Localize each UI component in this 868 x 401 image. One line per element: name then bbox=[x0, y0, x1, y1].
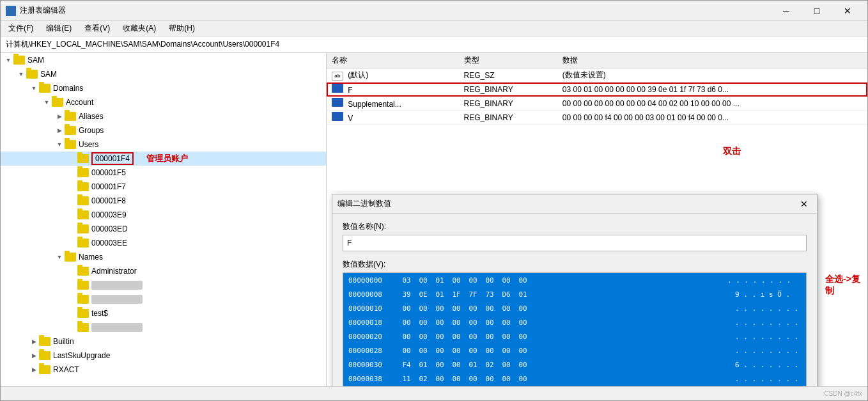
expand-000001F5[interactable] bbox=[67, 168, 77, 178]
menu-help[interactable]: 帮助(H) bbox=[164, 22, 200, 35]
hex-addr-7: 00000038 bbox=[343, 372, 394, 386]
expand-000003EE[interactable] bbox=[67, 238, 77, 248]
folder-icon-users bbox=[65, 140, 76, 149]
icon-bin-f bbox=[332, 84, 343, 93]
hex-row-5[interactable]: 00000028 0000000000000000 . . . . . . . … bbox=[343, 343, 806, 358]
title-bar-left: 注册表编辑器 bbox=[6, 5, 66, 16]
expand-groups[interactable]: ▶ bbox=[54, 125, 65, 136]
tree-node-administrator[interactable]: Administrator bbox=[1, 264, 326, 278]
tree-node-users[interactable]: ▼ Users bbox=[1, 138, 326, 152]
expand-names[interactable]: ▼ bbox=[54, 252, 65, 262]
folder-icon-names bbox=[65, 253, 76, 262]
folder-icon-000001F5 bbox=[77, 168, 89, 177]
close-button[interactable]: ✕ bbox=[833, 1, 862, 20]
expand-000003ED[interactable] bbox=[67, 224, 77, 234]
label-000001F5: 000001F5 bbox=[91, 168, 126, 177]
tree-node-sam1[interactable]: ▼ SAM bbox=[1, 53, 326, 67]
menu-edit[interactable]: 编辑(E) bbox=[41, 22, 77, 35]
expand-sam2[interactable]: ▼ bbox=[16, 69, 26, 79]
expand-rxact[interactable]: ▶ bbox=[29, 365, 39, 375]
tree-node-test[interactable]: test$ bbox=[1, 306, 326, 320]
hex-addr-5: 00000028 bbox=[343, 343, 394, 358]
field-name-input[interactable] bbox=[343, 235, 807, 251]
tree-node-lastsku[interactable]: ▶ LastSkuUpgrade bbox=[1, 349, 326, 363]
edit-binary-dialog: 编辑二进制数值 ✕ 数值名称(N): 数值数据(V): 00000000 030… bbox=[332, 194, 818, 386]
tree-node-blurred1[interactable] bbox=[1, 278, 326, 292]
row-data-f: 03 00 01 00 00 00 00 00 39 0e 01 1f 7f 7… bbox=[557, 83, 867, 97]
expand-users[interactable]: ▼ bbox=[54, 139, 65, 150]
table-row-supplemental[interactable]: Supplemental... REG_BINARY 00 00 00 00 0… bbox=[327, 97, 867, 111]
label-000003E9: 000003E9 bbox=[91, 210, 127, 219]
tree-node-000001F4[interactable]: 000001F4 管理员账户 bbox=[1, 152, 326, 166]
tree-node-blurred3[interactable] bbox=[1, 320, 326, 334]
dialog-close-button[interactable]: ✕ bbox=[796, 196, 812, 212]
menu-favorites[interactable]: 收藏夹(A) bbox=[118, 22, 161, 35]
expand-lastsku[interactable]: ▶ bbox=[29, 350, 39, 361]
label-domains: Domains bbox=[53, 84, 83, 93]
expand-blurred2[interactable] bbox=[67, 294, 77, 304]
label-sam2: SAM bbox=[40, 70, 57, 79]
expand-aliases[interactable]: ▶ bbox=[54, 111, 65, 122]
registry-table: 名称 类型 数据 ab (默认) REG_SZ (数值未设置) bbox=[327, 53, 867, 125]
menu-view[interactable]: 查看(V) bbox=[79, 22, 115, 35]
hex-addr-0: 00000000 bbox=[343, 273, 394, 287]
label-test: test$ bbox=[91, 309, 108, 318]
hex-bytes-7: 1102000000000000 bbox=[394, 375, 729, 383]
hex-ascii-7: . . . . . . . . bbox=[729, 375, 806, 383]
expand-blurred1[interactable] bbox=[67, 280, 77, 290]
tree-node-domains[interactable]: ▼ Domains bbox=[1, 81, 326, 95]
hex-row-6[interactable]: 00000030 F401000001020000 6 . . . . . . … bbox=[343, 358, 806, 372]
tree-node-000003ED[interactable]: 000003ED bbox=[1, 222, 326, 236]
expand-000001F7[interactable] bbox=[67, 182, 77, 192]
table-row-f[interactable]: F REG_BINARY 03 00 01 00 00 00 00 00 39 … bbox=[327, 83, 867, 97]
hex-bytes-0: 0300010000000000 bbox=[394, 276, 722, 285]
minimize-button[interactable]: ─ bbox=[771, 1, 801, 20]
tree-node-000003EE[interactable]: 000003EE bbox=[1, 236, 326, 250]
expand-000003E9[interactable] bbox=[67, 210, 77, 220]
icon-ab: ab bbox=[332, 72, 343, 81]
tree-node-000001F7[interactable]: 000001F7 bbox=[1, 180, 326, 194]
hex-ascii-1: 9 . . ı s Ö . bbox=[729, 290, 806, 299]
hex-table[interactable]: 00000000 0300010000000000 . . . . . . . … bbox=[343, 272, 807, 386]
tree-node-aliases[interactable]: ▶ Aliases bbox=[1, 109, 326, 123]
tree-node-000003E9[interactable]: 000003E9 bbox=[1, 208, 326, 222]
expand-000001F4[interactable] bbox=[67, 153, 77, 164]
expand-administrator[interactable] bbox=[67, 266, 77, 276]
tree-node-account[interactable]: ▼ Account bbox=[1, 95, 326, 109]
hex-row-4[interactable]: 00000020 0000000000000000 . . . . . . . … bbox=[343, 329, 806, 343]
hex-row-2[interactable]: 00000010 0000000000000000 . . . . . . . … bbox=[343, 301, 806, 315]
tree-panel[interactable]: ▼ SAM ▼ SAM ▼ Domains ▼ Account bbox=[1, 53, 327, 386]
label-builtin: Builtin bbox=[53, 337, 74, 346]
table-row[interactable]: ab (默认) REG_SZ (数值未设置) bbox=[327, 68, 867, 83]
menu-file[interactable]: 文件(F) bbox=[3, 22, 38, 35]
tree-node-blurred2[interactable] bbox=[1, 292, 326, 306]
tree-node-000001F8[interactable]: 000001F8 bbox=[1, 194, 326, 208]
table-row-v[interactable]: V REG_BINARY 00 00 00 00 f4 00 00 00 03 … bbox=[327, 111, 867, 125]
expand-sam1[interactable]: ▼ bbox=[3, 55, 13, 65]
tree-node-sam2[interactable]: ▼ SAM bbox=[1, 67, 326, 81]
folder-icon-aliases bbox=[65, 112, 76, 121]
tree-node-000001F5[interactable]: 000001F5 bbox=[1, 166, 326, 180]
tree-node-rxact[interactable]: ▶ RXACT bbox=[1, 363, 326, 377]
hex-row-0[interactable]: 00000000 0300010000000000 . . . . . . . … bbox=[343, 273, 806, 287]
folder-icon-blurred2 bbox=[77, 295, 89, 304]
maximize-button[interactable]: □ bbox=[802, 1, 832, 20]
row-name-f: F bbox=[327, 83, 459, 97]
hex-row-7[interactable]: 00000038 1102000000000000 . . . . . . . … bbox=[343, 372, 806, 386]
field-data-label: 数值数据(V): bbox=[343, 259, 807, 270]
tree-node-groups[interactable]: ▶ Groups bbox=[1, 123, 326, 138]
folder-icon-blurred3 bbox=[77, 323, 89, 332]
expand-test[interactable] bbox=[67, 308, 77, 318]
hex-row-3[interactable]: 00000018 0000000000000000 . . . . . . . … bbox=[343, 315, 806, 329]
expand-builtin[interactable]: ▶ bbox=[29, 336, 39, 347]
tree-node-names[interactable]: ▼ Names bbox=[1, 250, 326, 264]
hex-row-8[interactable]: 00000040 0000070000010000 . . . . . . . … bbox=[343, 386, 806, 386]
expand-000001F8[interactable] bbox=[67, 196, 77, 206]
label-users: Users bbox=[79, 140, 98, 149]
expand-blurred3[interactable] bbox=[67, 322, 77, 333]
expand-domains[interactable]: ▼ bbox=[29, 83, 39, 93]
hex-row-1[interactable]: 00000008 390E011F7F73D601 9 . . ı s Ö . bbox=[343, 287, 806, 301]
expand-account[interactable]: ▼ bbox=[42, 97, 52, 107]
tree-node-builtin[interactable]: ▶ Builtin bbox=[1, 334, 326, 349]
label-administrator: Administrator bbox=[91, 267, 137, 276]
